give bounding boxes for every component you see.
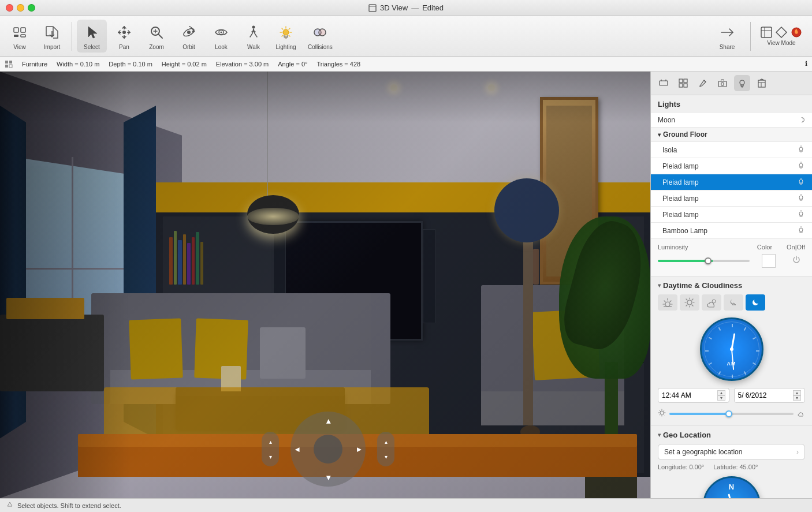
svg-point-9 — [187, 31, 191, 34]
svg-rect-20 — [5, 65, 8, 68]
svg-point-15 — [319, 29, 326, 36]
night-btn[interactable] — [746, 294, 765, 311]
daytime-title: Daytime & Cloudiness — [663, 281, 742, 290]
light-item-pleiad-2[interactable]: Pleiad lamp — [651, 174, 812, 190]
view-button[interactable]: View — [5, 20, 35, 53]
time-up[interactable]: ▴ — [717, 390, 725, 395]
orbit-button[interactable]: Orbit — [174, 20, 204, 53]
orbit-ring[interactable]: ▴ ▾ ◂ ▸ — [290, 412, 366, 487]
nav-left-arrow[interactable]: ◂ — [295, 444, 299, 454]
svg-rect-28 — [718, 81, 727, 87]
pleiad-4-name: Pleiad lamp — [662, 211, 795, 219]
nav-up-arrow[interactable]: ▴ — [326, 416, 330, 425]
light-item-pleiad-3[interactable]: Pleiad lamp — [651, 190, 812, 207]
time-down[interactable]: ▾ — [717, 395, 725, 401]
date-stepper[interactable]: ▴ ▾ — [793, 390, 801, 401]
geo-location-button[interactable]: Set a geographic location › — [658, 444, 805, 460]
svg-point-27 — [699, 85, 701, 87]
svg-rect-23 — [679, 79, 683, 83]
panel-lights-icon[interactable] — [734, 75, 750, 91]
tilt-control[interactable]: ▴ ▾ — [262, 432, 279, 466]
nav-center[interactable] — [314, 435, 342, 464]
pan-control[interactable]: ▴ ▾ — [377, 432, 394, 466]
longitude-value: Longitude: 0.00° — [658, 464, 704, 470]
ground-floor-chevron: ▾ — [658, 132, 661, 138]
light-item-pleiad-4[interactable]: Pleiad lamp — [651, 207, 812, 223]
geo-title: Geo Location — [663, 431, 711, 439]
toolbar-sep-2 — [750, 22, 751, 51]
panel-structure-icon[interactable] — [675, 75, 691, 91]
svg-rect-24 — [684, 79, 687, 83]
moon-light-item[interactable]: Moon ☽ — [651, 113, 812, 128]
luminosity-slider[interactable] — [658, 260, 750, 262]
luminosity-thumb[interactable] — [705, 257, 712, 264]
lighting-button[interactable]: Lighting — [271, 20, 301, 53]
time-stepper[interactable]: ▴ ▾ — [717, 390, 725, 401]
pillow-3 — [260, 327, 306, 379]
minimize-button[interactable] — [17, 4, 24, 12]
pan-down-icon[interactable]: ▾ — [385, 454, 388, 460]
panel-paint-icon[interactable] — [695, 75, 711, 91]
time-date-row: 12:44 AM ▴ ▾ 5/ 6/2012 ▴ ▾ — [658, 388, 805, 403]
panel-camera-icon[interactable] — [714, 75, 731, 91]
sun-small-icon — [658, 409, 666, 418]
onoff-icon[interactable] — [792, 255, 801, 267]
nav-right-arrow[interactable]: ▸ — [357, 444, 361, 454]
share-icon — [717, 22, 737, 43]
date-up[interactable]: ▴ — [793, 390, 801, 395]
share-button[interactable]: Share — [709, 20, 746, 53]
look-button[interactable]: Look — [206, 20, 236, 53]
look-icon — [211, 22, 232, 43]
pleiad-2-name: Pleiad lamp — [662, 178, 795, 186]
view-mode-button[interactable]: View Mode — [755, 24, 807, 48]
select-button[interactable]: Select — [77, 20, 107, 53]
cloud-slider[interactable] — [669, 413, 794, 415]
import-button[interactable]: Import — [37, 20, 67, 53]
lamp-icon-4 — [797, 193, 805, 203]
compass-needle — [728, 494, 735, 498]
date-down[interactable]: ▾ — [793, 395, 801, 401]
pan-button[interactable]: Pan — [109, 20, 139, 53]
ground-floor-group[interactable]: ▾ Ground Floor — [651, 128, 812, 142]
fire-icon — [790, 26, 803, 39]
light-item-pleiad-1[interactable]: Pleiad lamp — [651, 158, 812, 174]
svg-rect-4 — [21, 35, 25, 37]
walk-icon — [243, 22, 264, 43]
lamp-icon-3-selected — [797, 177, 805, 187]
collisions-button[interactable]: Collisions — [303, 20, 337, 53]
sun-btn[interactable] — [680, 294, 699, 311]
cloudy-btn[interactable] — [702, 294, 721, 311]
pan-up-icon[interactable]: ▴ — [385, 439, 388, 445]
sunrise-btn[interactable] — [658, 294, 677, 311]
maximize-button[interactable] — [28, 4, 35, 12]
tilt-down-icon[interactable]: ▾ — [269, 454, 272, 460]
panel-furniture-icon[interactable] — [655, 75, 672, 91]
light-item-bamboo[interactable]: Bamboo Lamp — [651, 223, 812, 239]
svg-point-38 — [665, 302, 670, 307]
light-item-isola[interactable]: Isola — [651, 142, 812, 158]
controls-row — [658, 254, 805, 268]
nav-down-arrow[interactable]: ▾ — [326, 473, 330, 482]
pan-label: Pan — [119, 44, 129, 50]
close-button[interactable] — [6, 4, 13, 12]
time-input[interactable]: 12:44 AM ▴ ▾ — [658, 388, 729, 403]
statusbar-text: Select objects. Shift to extend select. — [17, 502, 121, 509]
window-controls[interactable] — [6, 4, 35, 12]
date-input[interactable]: 5/ 6/2012 ▴ ▾ — [734, 388, 806, 403]
zoom-button[interactable]: Zoom — [141, 20, 172, 53]
svg-point-43 — [660, 411, 664, 414]
viewport[interactable]: ▴ ▾ ▴ ▾ ◂ ▸ ▴ ▾ — [0, 72, 650, 498]
svg-rect-18 — [5, 61, 8, 63]
infobar-height: Height = 0.02 m — [162, 61, 207, 68]
ceiling-glow — [247, 208, 299, 225]
color-swatch[interactable] — [762, 254, 776, 268]
walk-button[interactable]: Walk — [239, 20, 269, 53]
svg-rect-21 — [9, 65, 12, 68]
night-cloudy-btn[interactable] — [724, 294, 743, 311]
tilt-up-icon[interactable]: ▴ — [269, 439, 272, 445]
panel-building-icon[interactable] — [754, 75, 770, 91]
svg-rect-31 — [758, 80, 765, 87]
geo-chevron: ▾ — [658, 432, 661, 438]
cloud-thumb[interactable] — [725, 410, 732, 417]
navigation-controls[interactable]: ▴ ▾ ▴ ▾ ◂ ▸ ▴ ▾ — [290, 412, 366, 487]
